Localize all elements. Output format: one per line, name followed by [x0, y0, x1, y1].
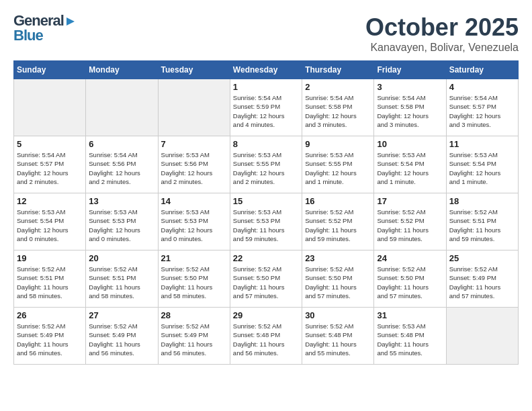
day-info: Sunrise: 5:52 AM Sunset: 5:48 PM Dayligh…	[305, 322, 371, 357]
day-number: 7	[161, 139, 227, 149]
day-info: Sunrise: 5:52 AM Sunset: 5:50 PM Dayligh…	[161, 265, 227, 300]
day-info: Sunrise: 5:52 AM Sunset: 5:50 PM Dayligh…	[233, 265, 299, 300]
calendar-cell: 17Sunrise: 5:52 AM Sunset: 5:52 PM Dayli…	[374, 193, 446, 250]
calendar-cell: 1Sunrise: 5:54 AM Sunset: 5:59 PM Daylig…	[230, 79, 302, 136]
day-number: 28	[161, 310, 227, 320]
month-title: October 2025	[365, 13, 519, 42]
day-number: 13	[89, 196, 154, 206]
day-number: 8	[233, 139, 299, 149]
day-info: Sunrise: 5:52 AM Sunset: 5:49 PM Dayligh…	[161, 322, 227, 357]
day-number: 1	[233, 82, 299, 92]
weekday-header-thursday: Thursday	[302, 61, 374, 79]
logo-arrow-icon	[65, 16, 76, 27]
calendar-cell: 10Sunrise: 5:53 AM Sunset: 5:54 PM Dayli…	[374, 136, 446, 193]
calendar-cell	[158, 79, 230, 136]
calendar-cell: 20Sunrise: 5:52 AM Sunset: 5:51 PM Dayli…	[86, 250, 158, 308]
day-info: Sunrise: 5:53 AM Sunset: 5:48 PM Dayligh…	[377, 322, 443, 357]
calendar-cell: 6Sunrise: 5:54 AM Sunset: 5:56 PM Daylig…	[86, 136, 158, 193]
logo-blue: Blue	[13, 28, 76, 43]
day-number: 9	[305, 139, 371, 149]
day-number: 26	[17, 310, 83, 320]
calendar-week-row: 12Sunrise: 5:53 AM Sunset: 5:54 PM Dayli…	[14, 193, 519, 250]
day-info: Sunrise: 5:54 AM Sunset: 5:57 PM Dayligh…	[449, 93, 515, 129]
weekday-header-friday: Friday	[374, 61, 446, 79]
calendar-cell: 9Sunrise: 5:53 AM Sunset: 5:55 PM Daylig…	[302, 136, 374, 193]
day-number: 24	[377, 253, 443, 263]
day-info: Sunrise: 5:54 AM Sunset: 5:56 PM Dayligh…	[89, 150, 154, 186]
day-number: 12	[17, 196, 83, 206]
logo: General Blue	[13, 13, 76, 43]
day-number: 20	[89, 253, 154, 263]
day-number: 17	[377, 196, 443, 206]
weekday-header-monday: Monday	[86, 61, 158, 79]
weekday-header-saturday: Saturday	[446, 61, 518, 79]
day-number: 14	[161, 196, 227, 206]
weekday-header-wednesday: Wednesday	[230, 61, 302, 79]
day-info: Sunrise: 5:53 AM Sunset: 5:55 PM Dayligh…	[305, 150, 371, 186]
calendar-cell: 2Sunrise: 5:54 AM Sunset: 5:58 PM Daylig…	[302, 79, 374, 136]
calendar-cell	[14, 79, 86, 136]
calendar-cell	[446, 308, 518, 365]
calendar-cell: 16Sunrise: 5:52 AM Sunset: 5:52 PM Dayli…	[302, 193, 374, 250]
day-number: 25	[449, 253, 515, 263]
day-number: 2	[305, 82, 371, 92]
calendar-cell: 21Sunrise: 5:52 AM Sunset: 5:50 PM Dayli…	[158, 250, 230, 308]
day-number: 3	[377, 82, 443, 92]
location: Kanavayen, Bolivar, Venezuela	[365, 42, 519, 54]
day-number: 5	[17, 139, 83, 149]
day-number: 10	[377, 139, 443, 149]
weekday-header-sunday: Sunday	[14, 61, 86, 79]
calendar-cell: 31Sunrise: 5:53 AM Sunset: 5:48 PM Dayli…	[374, 308, 446, 365]
calendar-cell: 5Sunrise: 5:54 AM Sunset: 5:57 PM Daylig…	[14, 136, 86, 193]
page-header: General Blue October 2025 Kanavayen, Bol…	[13, 13, 519, 54]
day-number: 21	[161, 253, 227, 263]
day-info: Sunrise: 5:52 AM Sunset: 5:49 PM Dayligh…	[89, 322, 154, 357]
svg-marker-0	[66, 17, 75, 26]
day-number: 23	[305, 253, 371, 263]
logo-general: General	[13, 13, 64, 28]
day-info: Sunrise: 5:54 AM Sunset: 5:59 PM Dayligh…	[233, 93, 299, 129]
day-info: Sunrise: 5:52 AM Sunset: 5:50 PM Dayligh…	[305, 265, 371, 300]
day-info: Sunrise: 5:52 AM Sunset: 5:48 PM Dayligh…	[233, 322, 299, 357]
day-info: Sunrise: 5:52 AM Sunset: 5:51 PM Dayligh…	[449, 208, 515, 243]
calendar-cell: 15Sunrise: 5:53 AM Sunset: 5:53 PM Dayli…	[230, 193, 302, 250]
day-info: Sunrise: 5:54 AM Sunset: 5:58 PM Dayligh…	[377, 93, 443, 129]
calendar-cell: 11Sunrise: 5:53 AM Sunset: 5:54 PM Dayli…	[446, 136, 518, 193]
calendar-cell: 23Sunrise: 5:52 AM Sunset: 5:50 PM Dayli…	[302, 250, 374, 308]
calendar-cell: 24Sunrise: 5:52 AM Sunset: 5:50 PM Dayli…	[374, 250, 446, 308]
day-info: Sunrise: 5:52 AM Sunset: 5:52 PM Dayligh…	[305, 208, 371, 243]
calendar-week-row: 19Sunrise: 5:52 AM Sunset: 5:51 PM Dayli…	[14, 250, 519, 308]
calendar-cell: 26Sunrise: 5:52 AM Sunset: 5:49 PM Dayli…	[14, 308, 86, 365]
day-number: 6	[89, 139, 154, 149]
calendar-cell: 3Sunrise: 5:54 AM Sunset: 5:58 PM Daylig…	[374, 79, 446, 136]
day-info: Sunrise: 5:53 AM Sunset: 5:55 PM Dayligh…	[233, 150, 299, 186]
calendar-week-row: 26Sunrise: 5:52 AM Sunset: 5:49 PM Dayli…	[14, 308, 519, 365]
day-info: Sunrise: 5:53 AM Sunset: 5:56 PM Dayligh…	[161, 150, 227, 186]
title-block: October 2025 Kanavayen, Bolivar, Venezue…	[365, 13, 519, 54]
day-number: 11	[449, 139, 515, 149]
calendar-week-row: 1Sunrise: 5:54 AM Sunset: 5:59 PM Daylig…	[14, 79, 519, 136]
day-info: Sunrise: 5:52 AM Sunset: 5:49 PM Dayligh…	[449, 265, 515, 300]
calendar-cell: 4Sunrise: 5:54 AM Sunset: 5:57 PM Daylig…	[446, 79, 518, 136]
day-number: 4	[449, 82, 515, 92]
calendar-table: SundayMondayTuesdayWednesdayThursdayFrid…	[13, 60, 519, 365]
day-info: Sunrise: 5:52 AM Sunset: 5:52 PM Dayligh…	[377, 208, 443, 243]
weekday-header-tuesday: Tuesday	[158, 61, 230, 79]
calendar-week-row: 5Sunrise: 5:54 AM Sunset: 5:57 PM Daylig…	[14, 136, 519, 193]
day-info: Sunrise: 5:53 AM Sunset: 5:54 PM Dayligh…	[17, 208, 83, 243]
calendar-cell: 19Sunrise: 5:52 AM Sunset: 5:51 PM Dayli…	[14, 250, 86, 308]
day-number: 27	[89, 310, 154, 320]
calendar-cell: 14Sunrise: 5:53 AM Sunset: 5:53 PM Dayli…	[158, 193, 230, 250]
calendar-cell: 13Sunrise: 5:53 AM Sunset: 5:53 PM Dayli…	[86, 193, 158, 250]
day-number: 16	[305, 196, 371, 206]
day-number: 31	[377, 310, 443, 320]
day-info: Sunrise: 5:53 AM Sunset: 5:53 PM Dayligh…	[233, 208, 299, 243]
day-info: Sunrise: 5:54 AM Sunset: 5:57 PM Dayligh…	[17, 150, 83, 186]
day-info: Sunrise: 5:54 AM Sunset: 5:58 PM Dayligh…	[305, 93, 371, 129]
calendar-cell: 30Sunrise: 5:52 AM Sunset: 5:48 PM Dayli…	[302, 308, 374, 365]
day-info: Sunrise: 5:52 AM Sunset: 5:49 PM Dayligh…	[17, 322, 83, 357]
day-number: 19	[17, 253, 83, 263]
calendar-cell: 27Sunrise: 5:52 AM Sunset: 5:49 PM Dayli…	[86, 308, 158, 365]
day-info: Sunrise: 5:53 AM Sunset: 5:54 PM Dayligh…	[377, 150, 443, 186]
day-info: Sunrise: 5:52 AM Sunset: 5:51 PM Dayligh…	[89, 265, 154, 300]
